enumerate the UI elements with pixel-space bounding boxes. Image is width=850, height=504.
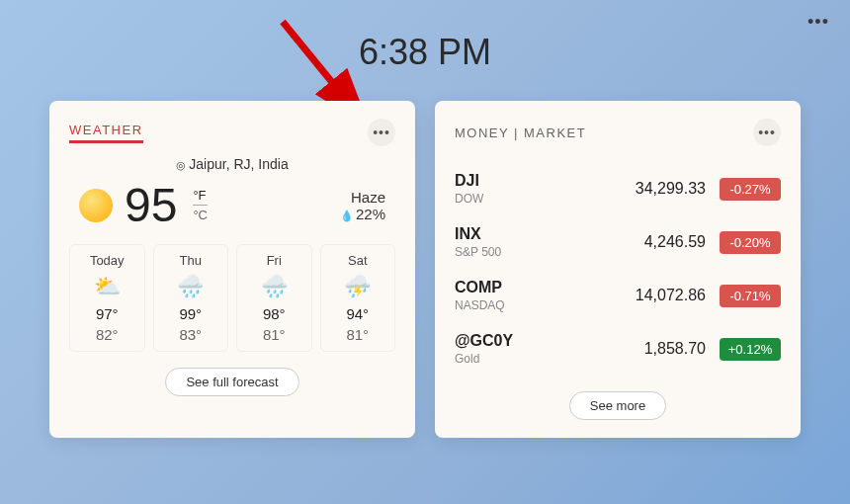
money-title[interactable]: MONEY | MARKET — [455, 126, 586, 140]
ticker-subtitle: S&P 500 — [455, 245, 501, 259]
weather-icon: 🌧️ — [158, 274, 224, 299]
unit-c[interactable]: °C — [193, 208, 208, 222]
see-full-forecast-button[interactable]: See full forecast — [165, 368, 298, 396]
ticker-list: DJIDOW34,299.33-0.27%INXS&P 5004,246.59-… — [455, 162, 781, 376]
forecast-day[interactable]: Thu🌧️99°83° — [153, 244, 229, 352]
ticker-row[interactable]: @GC0YGold1,858.70+0.12% — [455, 322, 781, 376]
ticker-subtitle: NASDAQ — [455, 298, 505, 312]
ticker-price: 14,072.86 — [505, 287, 720, 304]
ticker-change: -0.27% — [720, 178, 781, 201]
weather-location[interactable]: Jaipur, RJ, India — [69, 156, 395, 172]
ticker-change: -0.71% — [720, 285, 781, 307]
ticker-change: -0.20% — [720, 231, 781, 254]
ticker-subtitle: Gold — [455, 352, 513, 366]
clock: 6:38 PM — [0, 0, 850, 73]
weather-icon: ⛅ — [74, 274, 140, 299]
forecast-day[interactable]: Fri🌧️98°81° — [236, 244, 312, 352]
forecast-day[interactable]: Sat⛈️94°81° — [320, 244, 396, 352]
sun-icon — [79, 189, 113, 222]
day-name: Today — [74, 253, 140, 268]
ticker-symbol: @GC0Y — [455, 332, 513, 350]
ticker-row[interactable]: COMPNASDAQ14,072.86-0.71% — [455, 269, 781, 322]
low-temp: 83° — [158, 326, 224, 343]
ticker-change: +0.12% — [720, 338, 781, 361]
high-temp: 94° — [325, 305, 391, 322]
ticker-symbol: DJI — [455, 172, 483, 190]
weather-icon: 🌧️ — [241, 274, 307, 299]
low-temp: 82° — [74, 326, 140, 343]
day-name: Sat — [325, 253, 391, 268]
panel-more-button[interactable]: ••• — [805, 8, 832, 36]
money-more-button[interactable]: ••• — [753, 119, 781, 146]
ticker-price: 34,299.33 — [483, 180, 720, 198]
high-temp: 98° — [241, 305, 307, 322]
ticker-subtitle: DOW — [455, 192, 483, 206]
day-name: Thu — [158, 253, 224, 268]
high-temp: 99° — [158, 305, 224, 322]
low-temp: 81° — [325, 326, 391, 343]
high-temp: 97° — [74, 305, 140, 322]
forecast-row: Today⛅97°82°Thu🌧️99°83°Fri🌧️98°81°Sat⛈️9… — [69, 244, 395, 352]
current-temp: 95 — [125, 178, 177, 232]
see-more-button[interactable]: See more — [569, 391, 666, 420]
weather-icon: ⛈️ — [325, 274, 391, 299]
humidity: 22% — [340, 206, 385, 222]
ticker-symbol: INX — [455, 225, 501, 243]
day-name: Fri — [241, 253, 307, 268]
condition: Haze — [340, 189, 385, 206]
ticker-row[interactable]: INXS&P 5004,246.59-0.20% — [455, 215, 781, 269]
ticker-symbol: COMP — [455, 279, 505, 296]
ticker-price: 4,246.59 — [501, 233, 720, 251]
forecast-day[interactable]: Today⛅97°82° — [69, 244, 145, 352]
weather-more-button[interactable]: ••• — [368, 119, 395, 146]
ticker-price: 1,858.70 — [513, 340, 720, 358]
weather-title[interactable]: WEATHER — [69, 123, 143, 143]
money-widget: MONEY | MARKET ••• DJIDOW34,299.33-0.27%… — [435, 101, 801, 438]
unit-f[interactable]: °F — [193, 188, 208, 206]
weather-widget: WEATHER ••• Jaipur, RJ, India 95 °F °C H… — [49, 101, 415, 438]
ticker-row[interactable]: DJIDOW34,299.33-0.27% — [455, 162, 781, 215]
low-temp: 81° — [241, 326, 307, 343]
